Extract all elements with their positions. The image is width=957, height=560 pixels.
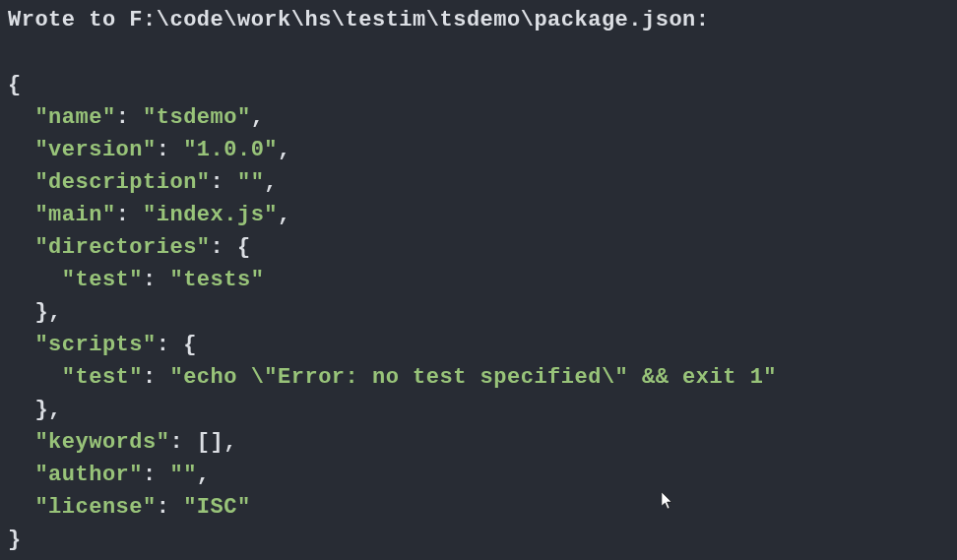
indent [8,105,34,130]
json-value-license: "ISC" [183,495,251,520]
json-key-license: "license" [34,495,156,520]
colon: : [169,430,196,455]
json-key-author: "author" [34,463,143,487]
json-value-version: "1.0.0" [183,138,278,162]
colon: : [211,170,237,195]
wrote-to-prefix: Wrote to [8,8,129,32]
colon: : [211,235,237,260]
json-value-scripts-test: "echo \"Error: no test specified\" && ex… [169,365,777,390]
close-brace-comma: }, [34,398,61,422]
json-key-directories: "directories" [34,235,210,260]
comma: , [197,463,211,487]
indent [8,463,34,487]
terminal-output[interactable]: Wrote to F:\code\work\hs\testim\tsdemo\p… [8,4,949,556]
json-value-keywords: [] [197,430,223,455]
indent [8,430,34,455]
colon: : [116,203,143,227]
colon: : [157,138,183,162]
json-key-main: "main" [34,203,115,227]
json-key-description: "description" [34,170,210,195]
comma: , [223,430,237,455]
json-key-scripts: "scripts" [34,333,156,357]
indent [8,138,34,162]
json-key-name: "name" [34,105,115,130]
indent [8,300,34,325]
json-value-description: "" [237,170,264,195]
header-colon: : [696,8,710,32]
indent [8,268,62,292]
colon: : [143,365,169,390]
wrote-to-line: Wrote to F:\code\work\hs\testim\tsdemo\p… [8,8,710,32]
open-brace: { [183,333,197,357]
colon: : [157,333,183,357]
json-key-scripts-test: "test" [62,365,143,390]
indent [8,235,34,260]
comma: , [264,170,278,195]
json-key-keywords: "keywords" [34,430,169,455]
colon: : [143,463,169,487]
comma: , [278,138,291,162]
colon: : [143,268,169,292]
json-value-dir-test: "tests" [169,268,264,292]
indent [8,170,34,195]
json-open-brace: { [8,73,22,97]
json-value-main: "index.js" [143,203,278,227]
json-close-brace: } [8,528,22,552]
indent [8,203,34,227]
comma: , [278,203,291,227]
json-value-name: "tsdemo" [143,105,251,130]
colon: : [157,495,183,520]
json-value-author: "" [169,463,196,487]
json-key-dir-test: "test" [62,268,143,292]
file-path: F:\code\work\hs\testim\tsdemo\package.js… [129,8,696,32]
indent [8,333,34,357]
colon: : [116,105,143,130]
indent [8,365,62,390]
comma: , [251,105,265,130]
open-brace: { [237,235,251,260]
json-key-version: "version" [34,138,156,162]
close-brace-comma: }, [34,300,61,325]
indent [8,398,34,422]
indent [8,495,34,520]
